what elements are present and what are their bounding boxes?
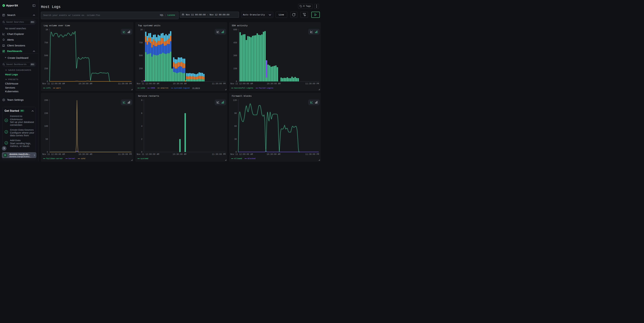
svg-text:150: 150 [234, 68, 237, 70]
svg-text:0: 0 [47, 80, 48, 83]
svg-text:1K: 1K [140, 29, 143, 31]
svg-text:Nov 11 12:00:00 AM: Nov 11 12:00:00 AM [230, 153, 253, 156]
svg-text:90: 90 [234, 112, 237, 114]
svg-text:250: 250 [139, 68, 142, 70]
svg-text:6: 6 [141, 112, 142, 114]
svg-text:10:30:00 AM: 10:30:00 AM [267, 83, 280, 85]
svg-text:0: 0 [141, 151, 142, 153]
svg-text:11:30:00 PM: 11:30:00 PM [118, 153, 132, 156]
svg-text:Nov 11 12:00:00 AM: Nov 11 12:00:00 AM [137, 83, 159, 85]
svg-text:750: 750 [139, 42, 142, 44]
svg-text:500: 500 [44, 55, 48, 57]
svg-text:300: 300 [234, 55, 237, 57]
svg-text:Nov 11 12:00:00 AM: Nov 11 12:00:00 AM [42, 83, 65, 85]
svg-text:Nov 11 12:00:00 AM: Nov 11 12:00:00 AM [230, 83, 253, 85]
svg-text:1K: 1K [46, 29, 48, 31]
svg-text:500: 500 [139, 55, 142, 57]
svg-text:10:30:00 AM: 10:30:00 AM [78, 83, 92, 85]
svg-text:200: 200 [44, 99, 48, 102]
svg-text:11:30:00 PM: 11:30:00 PM [305, 83, 319, 85]
svg-text:30: 30 [234, 138, 237, 140]
svg-text:10:30:00 AM: 10:30:00 AM [266, 153, 280, 156]
svg-text:10:30:00 AM: 10:30:00 AM [78, 153, 92, 156]
svg-text:10:30:00 AM: 10:30:00 AM [172, 153, 186, 156]
svg-text:4: 4 [141, 125, 142, 127]
svg-text:0: 0 [236, 151, 237, 153]
svg-text:0: 0 [142, 80, 142, 83]
svg-text:11:30:00 PM: 11:30:00 PM [212, 83, 226, 85]
svg-text:250: 250 [44, 68, 48, 70]
svg-text:60: 60 [234, 125, 237, 127]
svg-text:11:30:00 PM: 11:30:00 PM [212, 153, 226, 156]
svg-text:8: 8 [141, 99, 142, 102]
svg-text:Nov 11 12:00:00 AM: Nov 11 12:00:00 AM [42, 153, 65, 156]
svg-text:Nov 11 12:00:00 AM: Nov 11 12:00:00 AM [137, 153, 159, 156]
svg-text:750: 750 [44, 42, 48, 44]
svg-text:11:30:00 PM: 11:30:00 PM [305, 153, 319, 156]
svg-text:100: 100 [44, 125, 48, 127]
svg-text:150: 150 [44, 112, 48, 114]
svg-text:0: 0 [47, 151, 48, 153]
svg-text:450: 450 [234, 42, 237, 44]
svg-text:10:30:00 AM: 10:30:00 AM [173, 83, 186, 85]
svg-text:50: 50 [46, 138, 48, 140]
svg-text:11:30:00 PM: 11:30:00 PM [118, 83, 132, 85]
svg-text:600: 600 [234, 29, 237, 31]
svg-text:120: 120 [233, 99, 237, 102]
svg-text:2: 2 [141, 138, 142, 140]
svg-text:0: 0 [236, 80, 237, 83]
